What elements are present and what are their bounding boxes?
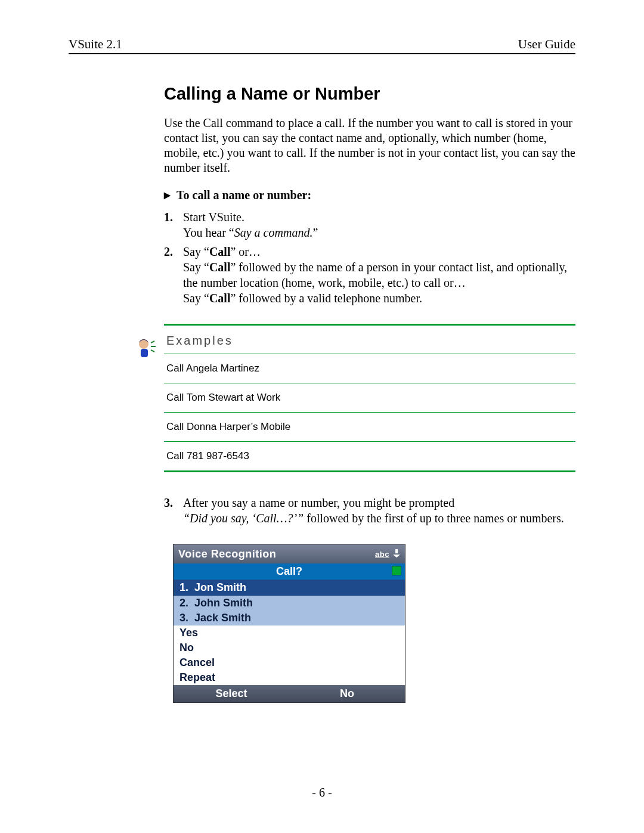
command-word: Call	[209, 292, 231, 305]
options-list: Yes No Cancel Repeat	[174, 625, 405, 685]
candidate-number: 3.	[179, 612, 188, 624]
option-no[interactable]: No	[174, 640, 405, 655]
step-text: Say “	[183, 261, 209, 274]
examples-section: Examples Call Angela Martinez Call Tom S…	[134, 324, 575, 472]
procedure-heading-text: To call a name or number:	[177, 188, 311, 202]
step-list-1: 1. Start VSuite. You hear “Say a command…	[164, 209, 575, 306]
phone-prompt-bar: Call?	[174, 563, 405, 580]
command-word: Call	[209, 245, 231, 258]
candidate-selected[interactable]: 1. Jon Smith	[174, 580, 405, 596]
step-text: Start VSuite.	[183, 210, 244, 224]
option-cancel[interactable]: Cancel	[174, 655, 405, 670]
command-word: Call	[209, 261, 231, 274]
page-header: VSuite 2.1 User Guide	[69, 37, 575, 54]
phone-app-title: Voice Recognition	[178, 548, 276, 561]
step-3: 3. After you say a name or number, you m…	[164, 495, 575, 526]
softkey-bar: Select No	[174, 685, 405, 702]
softkey-right[interactable]: No	[289, 685, 405, 702]
step-2: 2. Say “Call” or… Say “Call” followed by…	[164, 244, 575, 306]
section-heading: Calling a Name or Number	[164, 84, 575, 104]
candidate-name: John Smith	[194, 597, 253, 609]
input-mode-indicator: abc	[375, 550, 389, 559]
softkey-left[interactable]: Select	[174, 685, 289, 702]
candidate-number: 1.	[179, 581, 188, 593]
step-number: 2.	[164, 244, 177, 306]
step-1: 1. Start VSuite. You hear “Say a command…	[164, 209, 575, 240]
step-text: Say “	[183, 292, 209, 305]
content-area: Calling a Name or Number Use the Call co…	[164, 84, 575, 703]
examples-title: Examples	[164, 326, 575, 354]
svg-rect-1	[141, 349, 148, 357]
candidate-item[interactable]: 3. Jack Smith	[174, 611, 405, 625]
step-text: After you say a name or number, you migh…	[183, 496, 454, 509]
example-row: Call Angela Martinez	[164, 354, 575, 383]
page: VSuite 2.1 User Guide Calling a Name or …	[0, 0, 644, 833]
phone-screen: Voice Recognition abc Call? 1. Jon Smith…	[173, 544, 405, 703]
option-yes[interactable]: Yes	[174, 625, 405, 640]
step-text: ” or…	[230, 245, 261, 258]
phone-titlebar: Voice Recognition abc	[174, 544, 405, 563]
example-row: Call Donna Harper’s Mobile	[164, 413, 575, 442]
header-doc-title: User Guide	[518, 37, 575, 52]
step-text: ”	[312, 226, 318, 239]
step-text: ” followed by the name of a person in yo…	[183, 261, 567, 289]
example-row: Call Tom Stewart at Work	[164, 383, 575, 413]
step-number: 3.	[164, 495, 177, 526]
step-text: You hear “	[183, 226, 234, 239]
speaker-icon	[392, 566, 401, 575]
procedure-heading: ▶ To call a name or number:	[164, 188, 575, 202]
header-product: VSuite 2.1	[69, 37, 122, 52]
intro-paragraph: Use the Call command to place a call. If…	[164, 116, 575, 175]
step-text: followed by the first of up to three nam…	[304, 512, 564, 525]
voice-prompt: “Did you say, ‘Call…?’”	[183, 512, 304, 525]
voice-prompt: Say a command.	[234, 226, 313, 239]
step-list-2: 3. After you say a name or number, you m…	[164, 495, 575, 526]
svg-rect-2	[395, 549, 398, 553]
phone-status-icons: abc	[375, 549, 400, 559]
candidate-name: Jon Smith	[194, 581, 246, 593]
person-speaking-icon	[134, 336, 159, 361]
step-text: ” followed by a valid telephone number.	[230, 292, 422, 305]
examples-box: Examples Call Angela Martinez Call Tom S…	[164, 324, 575, 472]
step-text: Say “	[183, 245, 209, 258]
phone-prompt-text: Call?	[276, 565, 302, 577]
signal-icon	[393, 549, 400, 559]
candidate-name: Jack Smith	[194, 612, 251, 624]
triangle-bullet-icon: ▶	[164, 190, 171, 200]
step-number: 1.	[164, 209, 177, 240]
page-number: - 6 -	[0, 786, 644, 800]
example-row: Call 781 987-6543	[164, 442, 575, 470]
candidate-item[interactable]: 2. John Smith	[174, 596, 405, 611]
option-repeat[interactable]: Repeat	[174, 670, 405, 685]
candidate-number: 2.	[179, 597, 188, 609]
